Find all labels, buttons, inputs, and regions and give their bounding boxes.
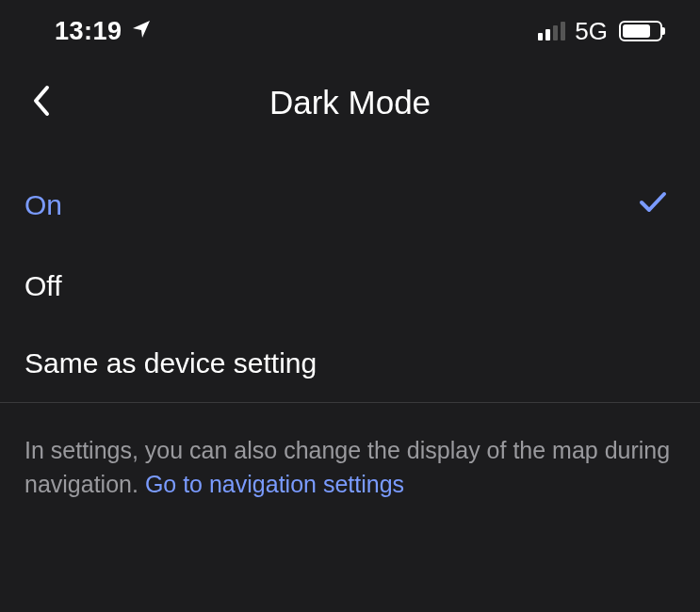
option-label: Same as device setting xyxy=(24,347,317,379)
option-label: Off xyxy=(24,270,61,302)
status-bar: 13:19 5G xyxy=(0,0,700,62)
status-time: 13:19 xyxy=(55,17,122,46)
location-services-icon xyxy=(130,18,153,44)
check-icon xyxy=(636,185,670,225)
network-type: 5G xyxy=(575,17,608,46)
option-on[interactable]: On xyxy=(0,162,700,248)
footer-text: In settings, you can also change the dis… xyxy=(24,433,676,502)
chevron-left-icon xyxy=(30,84,51,118)
footer-note: In settings, you can also change the dis… xyxy=(0,402,700,532)
status-right: 5G xyxy=(538,17,662,46)
cellular-signal-icon xyxy=(538,22,565,40)
option-off[interactable]: Off xyxy=(0,248,700,325)
page-header: Dark Mode xyxy=(0,62,700,143)
page-title: Dark Mode xyxy=(269,84,431,121)
navigation-settings-link[interactable]: Go to navigation settings xyxy=(145,471,404,497)
options-list: On Off Same as device setting xyxy=(0,143,700,402)
status-left: 13:19 xyxy=(55,17,153,46)
battery-icon xyxy=(619,21,662,41)
option-same-as-device[interactable]: Same as device setting xyxy=(0,325,700,402)
option-label: On xyxy=(24,189,62,221)
back-button[interactable] xyxy=(23,76,58,129)
